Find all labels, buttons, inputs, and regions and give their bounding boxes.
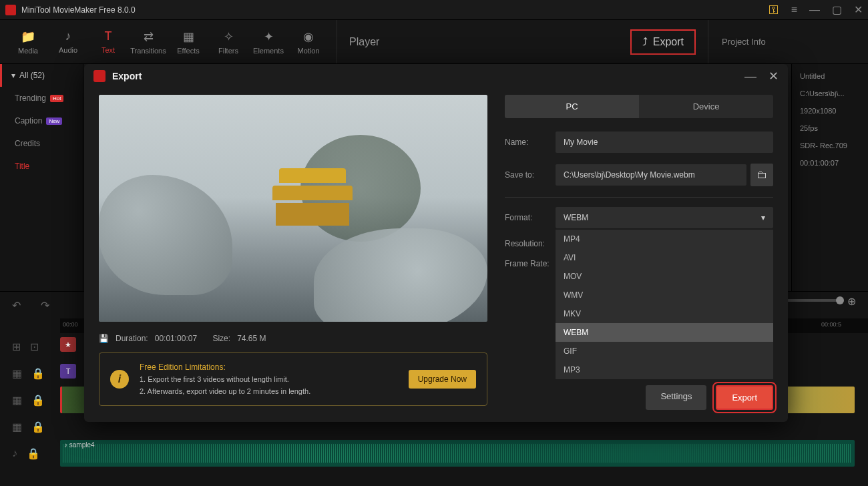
tab-device[interactable]: Device [639,95,773,118]
motion-button[interactable]: ◉Motion [288,25,329,58]
project-name: Untitled [800,72,860,80]
add-track-icon[interactable]: ⊞ [12,340,21,353]
upload-icon: ⤴ [642,36,648,48]
limitations-line-1: 1. Export the first 3 videos without len… [140,374,398,386]
hot-badge: Hot [50,95,63,102]
settings-button[interactable]: Settings [646,385,706,410]
lock-icon[interactable]: 🔒 [27,447,40,460]
limitations-line-2: 2. Afterwards, export video up to 2 minu… [140,386,398,398]
resolution-label: Resolution: [505,239,556,248]
limitations-title: Free Edition Limitations: [140,361,398,374]
filters-button[interactable]: ✧Filters [208,25,248,58]
info-icon: i [110,370,129,389]
project-resolution: 1920x1080 [800,107,860,115]
text-button[interactable]: TText [88,25,128,58]
project-duration: 00:01:00:07 [800,159,860,167]
project-info-label[interactable]: Project Info [708,20,868,63]
note-icon: ♪ [65,29,71,43]
motion-icon: ◉ [303,29,314,44]
media-button[interactable]: 📁Media [8,25,48,58]
format-option-webm[interactable]: WEBM [556,323,773,342]
minimize-icon[interactable]: — [809,4,820,16]
format-option-gif[interactable]: GIF [556,342,773,360]
audio-clip-label: ♪ sample4 [64,441,95,449]
sidebar-all[interactable]: ▾All (52) [0,64,83,87]
text-fx-badge[interactable]: T [60,364,76,379]
export-button[interactable]: Export [716,385,773,410]
transition-icon: ⇄ [144,29,154,44]
zoom-in-icon[interactable]: ⊕ [847,295,856,308]
upgrade-now-button[interactable]: Upgrade Now [409,370,476,389]
project-sdr: SDR- Rec.709 [800,142,860,150]
elements-icon: ✦ [264,29,274,44]
format-option-mkv[interactable]: MKV [556,304,773,323]
browse-button[interactable]: 🗀 [750,164,773,186]
sidebar-item-trending[interactable]: TrendingHot [0,87,83,109]
title-bar: MiniTool MovieMaker Free 8.0.0 ⚿ ≡ — ▢ ✕ [0,0,868,20]
folder-icon: 📁 [21,29,35,44]
text-icon: T [105,29,112,43]
note-icon[interactable]: ♪ [12,447,17,460]
chevron-down-icon: ▾ [761,213,765,222]
export-dialog: Export — ✕ 💾 Duration: 00:01:00:07 Size:… [84,64,788,422]
name-label: Name: [505,138,556,147]
tab-pc[interactable]: PC [505,95,639,118]
maximize-icon[interactable]: ▢ [832,3,842,16]
lock-icon[interactable]: 🔒 [31,394,45,407]
save-to-input[interactable]: C:\Users\bj\Desktop\My Movie.webm [556,164,746,186]
zoom-slider[interactable] [781,299,841,302]
app-icon [93,70,105,82]
dialog-title: Export [112,71,732,81]
free-edition-limitations: i Free Edition Limitations: 1. Export th… [99,352,487,406]
effects-button[interactable]: ▦Effects [168,25,208,58]
app-title: MiniTool MovieMaker Free 8.0.0 [21,5,769,15]
menu-icon[interactable]: ≡ [791,4,797,16]
format-option-avi[interactable]: AVI [556,248,773,267]
key-icon[interactable]: ⚿ [769,4,779,16]
format-option-mp3[interactable]: MP3 [556,360,773,379]
film-icon[interactable]: ▦ [12,421,22,433]
sidebar: ▾All (52) TrendingHot CaptionNew Credits… [0,64,83,291]
film-icon[interactable]: ▦ [12,367,22,380]
export-top-button[interactable]: ⤴ Export [630,29,696,55]
link-icon[interactable]: ⊡ [30,340,39,353]
sidebar-item-title[interactable]: Title [0,155,83,178]
transitions-button[interactable]: ⇄Transitions [128,25,168,58]
size-label: Size: [212,334,230,343]
format-select[interactable]: WEBM ▾ [556,207,773,228]
project-path: C:\Users\bj\... [800,89,860,97]
close-icon[interactable]: ✕ [854,3,863,16]
project-info-panel: Untitled C:\Users\bj\... 1920x1080 25fps… [791,64,868,291]
framerate-label: Frame Rate: [505,259,556,268]
effects-icon: ▦ [183,29,194,44]
audio-track[interactable]: ♪🔒 ♪ sample4 [0,440,868,467]
format-option-mp4[interactable]: MP4 [556,230,773,248]
sidebar-item-caption[interactable]: CaptionNew [0,109,83,132]
new-badge: New [46,117,62,125]
lock-icon[interactable]: 🔒 [31,421,45,433]
duration-label: Duration: [116,334,148,343]
duration-value: 00:01:00:07 [155,334,197,343]
preview-thumbnail [99,95,487,322]
app-icon [5,5,16,15]
film-icon[interactable]: ▦ [12,394,22,407]
minimize-dialog-icon[interactable]: — [744,69,756,83]
format-dropdown-list: MP4 AVI MOV WMV MKV WEBM GIF MP3 [556,230,773,379]
export-tabs: PC Device [505,95,773,118]
save-icon: 💾 [99,334,109,343]
close-dialog-icon[interactable]: ✕ [769,69,779,83]
lock-icon[interactable]: 🔒 [31,367,45,380]
format-option-mov[interactable]: MOV [556,267,773,286]
elements-button[interactable]: ✦Elements [248,25,288,58]
ruler-tick: 00:00:5 [821,321,841,328]
format-option-wmv[interactable]: WMV [556,286,773,304]
audio-button[interactable]: ♪Audio [48,25,88,58]
name-input[interactable]: My Movie [556,132,773,153]
sidebar-item-credits[interactable]: Credits [0,132,83,155]
folder-icon: 🗀 [756,169,767,181]
save-to-label: Save to: [505,170,556,180]
undo-icon[interactable]: ↶ [12,299,21,312]
player-label: Player [349,36,379,48]
redo-icon[interactable]: ↷ [41,299,49,312]
fx-badge[interactable]: ★ [60,337,76,352]
